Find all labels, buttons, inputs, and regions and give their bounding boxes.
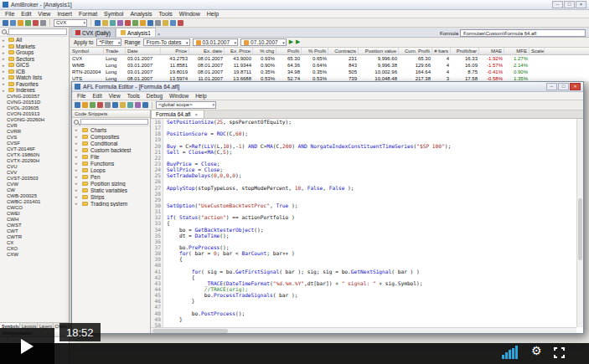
symbol-list-item[interactable]: CVTX-20290H — [0, 158, 69, 164]
scope-combo[interactable]: <global scope> — [156, 101, 216, 109]
symbol-list-item[interactable]: CVS — [0, 135, 69, 141]
date-to-picker[interactable]: 07.10.2007 — [240, 38, 287, 46]
tree-item-all[interactable]: ▸All — [0, 37, 69, 44]
symbol-list-item[interactable]: CVV — [0, 170, 69, 176]
snippet-pen[interactable]: ▸Pen — [72, 173, 150, 180]
symbol-list-item[interactable]: CXW — [0, 252, 69, 258]
tree-item-watch-lists[interactable]: ▸Watch lists — [0, 74, 69, 81]
toolbar-icon[interactable] — [117, 20, 123, 26]
editor-toolbar-icon[interactable] — [127, 102, 133, 108]
menu-symbol[interactable]: Symbol — [101, 11, 127, 17]
column-header[interactable]: Date — [126, 48, 161, 54]
symbol-list-item[interactable]: CVST-203503 — [0, 176, 69, 182]
symbol-list-item[interactable]: CVSF — [0, 141, 69, 146]
editor-menu-debug[interactable]: Debug — [143, 93, 166, 99]
symbol-list-item[interactable]: CWBC-201401 — [0, 199, 69, 205]
editor-menu-window[interactable]: Window — [166, 93, 192, 99]
editor-menu-edit[interactable]: Edit — [89, 93, 105, 99]
snippet-trading-system[interactable]: ▸Trading system — [72, 200, 150, 207]
column-header[interactable]: Ex. date — [189, 48, 225, 54]
tree-item-sectors[interactable]: ▸Sectors — [0, 56, 69, 63]
toolbar-icon[interactable] — [40, 20, 46, 26]
settings-gear-icon[interactable]: ⚙ — [531, 344, 542, 357]
symbol-list-item[interactable]: CWST — [0, 223, 69, 228]
symbol-list-item[interactable]: CXO — [0, 246, 69, 252]
doc-tab-analysis1[interactable]: Analysis1 — [116, 28, 156, 37]
toolbar-icon[interactable] — [18, 20, 23, 26]
tree-item-favorites[interactable]: ▸Favorites — [0, 81, 69, 88]
menu-view[interactable]: View — [34, 11, 54, 17]
editor-menu-view[interactable]: View — [106, 93, 124, 99]
tree-item-gics[interactable]: ▸GICS — [0, 62, 69, 69]
snippet-static-variables[interactable]: ▸Static variables — [72, 187, 150, 193]
column-header[interactable]: % Profit — [302, 48, 328, 54]
symbol-list-item[interactable]: CWEI — [0, 211, 69, 217]
play-button[interactable] — [0, 328, 54, 364]
menu-edit[interactable]: Edit — [18, 11, 34, 17]
tree-item-markets[interactable]: ▸Markets — [0, 44, 69, 50]
snippets-search-input[interactable] — [80, 119, 148, 125]
menu-tools[interactable]: Tools — [156, 11, 176, 17]
scrollbar-thumb[interactable] — [152, 329, 228, 333]
tree-item-icb[interactable]: ▸ICB — [0, 69, 69, 75]
menu-format[interactable]: Format — [75, 11, 101, 17]
fullscreen-icon[interactable] — [554, 347, 565, 358]
column-header[interactable]: Scale — [530, 48, 545, 54]
toolbar-icon[interactable] — [102, 20, 108, 26]
toolbar-icon[interactable] — [155, 20, 161, 26]
close-tab-icon[interactable]: × — [194, 112, 200, 117]
toolbar-icon[interactable] — [147, 20, 153, 26]
toolbar-icon[interactable] — [25, 20, 31, 26]
minimize-button[interactable]: – — [552, 1, 563, 8]
toolbar-icon[interactable] — [178, 20, 183, 26]
table-row[interactable]: UTSLong08.01.200713.597411.01.200713.668… — [70, 75, 589, 81]
symbol-list-item[interactable]: CVNG-200357 — [0, 94, 69, 100]
formula-tab[interactable]: Formula 64.afl × — [151, 110, 204, 118]
symbol-list-item[interactable]: CX — [0, 240, 69, 246]
column-header[interactable]: Ex. Price — [225, 48, 253, 54]
symbol-list-item[interactable]: CVU — [0, 164, 69, 170]
apply-to-select[interactable]: *Filter — [96, 38, 122, 46]
code-editor[interactable]: 16SetPositionSize(25, spsPercentOfEquity… — [151, 119, 583, 333]
symbol-list-item[interactable]: CVR — [0, 123, 69, 129]
table-row[interactable]: WMBLong03.01.200711.858108.01.200711.934… — [70, 62, 589, 69]
toolbar-icon[interactable] — [33, 20, 39, 26]
snippet-position-sizing[interactable]: ▸Position sizing — [72, 180, 150, 187]
volume-bars-icon[interactable] — [502, 346, 525, 359]
run-scan-icon[interactable]: ▶ — [289, 39, 293, 45]
snippet-file[interactable]: ▸File — [72, 153, 150, 160]
menu-analysis[interactable]: Analysis — [127, 11, 155, 17]
toolbar-icon[interactable] — [95, 20, 101, 26]
symbol-list-item[interactable]: CVONG-20260H — [0, 117, 69, 123]
toolbar-icon[interactable] — [132, 20, 138, 26]
symbol-list-item[interactable]: CVNG-20151D — [0, 100, 69, 105]
column-header[interactable]: Profit/bar — [451, 48, 479, 54]
snippet-strips[interactable]: ▸Strips — [72, 193, 150, 200]
snippet-custom-backtest[interactable]: ▸Custom backtest — [72, 146, 150, 153]
column-header[interactable]: Symbol — [70, 48, 104, 54]
column-header[interactable]: # bars — [432, 48, 451, 54]
snippet-composites[interactable]: ▸Composites — [72, 133, 150, 140]
editor-horizontal-scrollbar[interactable] — [151, 327, 576, 333]
snippet-conditional[interactable]: ▸Conditional — [72, 140, 150, 146]
symbol-list-item[interactable]: CWB-200025 — [0, 193, 69, 199]
symbol-list-item[interactable]: CW — [0, 187, 69, 193]
close-button[interactable]: × — [570, 83, 581, 90]
range-select[interactable]: From-To dates — [143, 38, 190, 46]
editor-toolbar-icon[interactable] — [120, 102, 126, 108]
snippet-charts[interactable]: ▸Charts — [72, 126, 150, 133]
editor-toolbar-icon[interactable] — [142, 102, 148, 108]
symbol-combo[interactable]: CVX — [54, 19, 87, 27]
editor-menu-help[interactable]: Help — [192, 93, 209, 99]
maximize-button[interactable]: □ — [564, 1, 575, 8]
close-tab-icon[interactable]: × — [156, 32, 163, 37]
column-header[interactable]: Price — [161, 48, 189, 54]
symbol-list-item[interactable]: CVOL-203605 — [0, 105, 69, 111]
symbol-list-item[interactable]: CVON-201913 — [0, 111, 69, 117]
table-row[interactable]: RTN-202004Long03.01.200719.801908.01.200… — [70, 69, 589, 75]
toolbar-icon[interactable] — [3, 20, 8, 26]
date-from-picker[interactable]: 03.01.2007 — [193, 38, 239, 46]
table-row[interactable]: CVXLong03.01.200743.275308.01.200743.900… — [70, 55, 589, 62]
symbol-list-item[interactable]: CVRR — [0, 129, 69, 135]
close-button[interactable]: × — [576, 1, 586, 8]
